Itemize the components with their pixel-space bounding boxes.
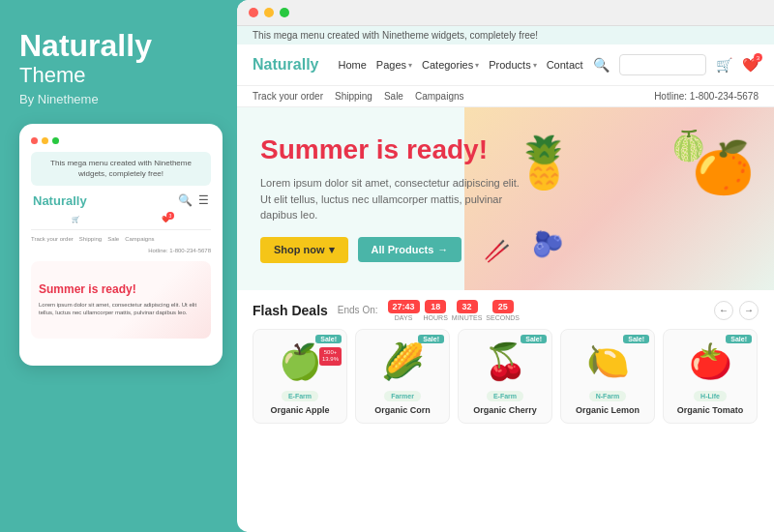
product-farm-lemon: N-Farm — [589, 391, 627, 401]
sale-badge-corn: Sale! — [418, 335, 444, 343]
hours-block: 18 — [425, 300, 446, 313]
mockup-nav: Naturally 🔍 ☰ — [31, 193, 211, 208]
product-img-lemon: 🍋 — [586, 338, 630, 386]
flash-deals-header: Flash Deals Ends On: 27:43 DAYS 18 HOURS… — [253, 300, 759, 321]
product-farm-tomato: H-Life — [694, 391, 727, 401]
mockup-secondary-nav: Track your order Shipping Sale Campaigns — [31, 236, 211, 242]
mockup-cart-icon[interactable]: 🛒 — [72, 216, 80, 223]
nav-categories[interactable]: Categories ▾ — [422, 59, 479, 71]
secondary-nav-left: Track your order Shipping Sale Campaigns — [253, 91, 464, 102]
header-search-icon[interactable]: 🔍 — [593, 57, 610, 73]
ends-on-label: Ends On: — [338, 305, 378, 315]
hero-content: Summer is ready! Lorem ipsum dolor sit a… — [260, 134, 531, 263]
site-logo: Naturally — [253, 56, 318, 74]
hero-section: Summer is ready! Lorem ipsum dolor sit a… — [237, 107, 774, 290]
carousel-arrows: ← → — [714, 301, 759, 320]
product-img-cherry: 🍒 — [484, 338, 527, 386]
countdown-hours: 18 HOURS — [424, 300, 448, 321]
search-icon[interactable]: 🔍 — [178, 193, 193, 207]
nav-pages[interactable]: Pages ▾ — [376, 59, 412, 71]
site-secondary-nav: Track your order Shipping Sale Campaigns… — [237, 86, 774, 107]
seconds-label: SECONDS — [486, 314, 520, 321]
arrow-right-icon: → — [437, 244, 448, 255]
product-name-corn: Organic Corn — [374, 405, 431, 415]
brand-by: By Ninetheme — [19, 92, 218, 106]
sec-nav-track[interactable]: Track your order — [253, 91, 323, 102]
hero-title: Summer is ready! — [260, 134, 531, 165]
mockup-hero-title: Summer is ready! — [39, 282, 203, 296]
chevron-products: ▾ — [533, 61, 537, 70]
product-name-lemon: Organic Lemon — [576, 405, 640, 415]
header-cart-icon[interactable]: 🛒 — [716, 57, 732, 73]
days-block: 27:43 — [388, 300, 420, 313]
lime-icon: 🍈 — [670, 129, 706, 163]
seconds-block: 25 — [492, 300, 514, 313]
products-row: Sale! 500+13.9% 🍏 E-Farm Organic Apple S… — [253, 329, 759, 428]
arrow-prev-button[interactable]: ← — [714, 301, 733, 320]
dot-green — [52, 137, 59, 144]
product-farm-cherry: E-Farm — [487, 391, 523, 401]
mockup-nav-icons: 🔍 ☰ — [178, 193, 209, 207]
wishlist-badge: 3 — [166, 212, 174, 220]
mock-nav-sale[interactable]: Sale — [107, 236, 119, 242]
mockup-hero: Summer is ready! Lorem ipsum dolor sit a… — [31, 261, 211, 339]
mockup-wishlist-icon[interactable]: ❤️3 — [162, 216, 170, 223]
mock-nav-shipping[interactable]: Shipping — [79, 236, 102, 242]
mockup-cart-row: 🛒 ❤️3 — [31, 216, 211, 230]
sec-nav-campaigns[interactable]: Campaigns — [415, 91, 464, 102]
arrow-next-button[interactable]: → — [739, 301, 759, 320]
mock-nav-campaigns[interactable]: Campaigns — [125, 236, 154, 242]
site-header-icons: 🔍 🛒 ❤️3 — [593, 54, 759, 75]
sec-nav-sale[interactable]: Sale — [384, 91, 403, 102]
countdown-seconds: 25 SECONDS — [486, 300, 520, 321]
browser-bar — [237, 0, 774, 26]
sec-nav-shipping[interactable]: Shipping — [335, 91, 372, 102]
mobile-mockup: This mega menu created with Ninetheme wi… — [19, 124, 223, 366]
product-card-tomato: Sale! 🍅 H-Life Organic Tomato — [663, 329, 758, 424]
discount-badge-apple: 500+13.9% — [319, 347, 342, 367]
flash-deals-title: Flash Deals — [253, 303, 328, 318]
mock-nav-track[interactable]: Track your order — [31, 236, 74, 242]
countdown-days: 27:43 DAYS — [388, 300, 420, 321]
product-card-lemon: Sale! 🍋 N-Farm Organic Lemon — [560, 329, 655, 424]
mockup-logo: Naturally — [33, 193, 87, 208]
nav-home[interactable]: Home — [338, 59, 366, 71]
browser-dot-yellow — [264, 8, 274, 17]
header-wishlist-icon[interactable]: ❤️3 — [742, 57, 759, 73]
product-farm-apple: E-Farm — [282, 391, 318, 401]
chevron-categories: ▾ — [475, 61, 479, 70]
nav-contact[interactable]: Contact — [547, 59, 583, 71]
hours-label: HOURS — [424, 314, 448, 321]
product-img-apple: 🍏 — [279, 338, 322, 386]
brand-name: Naturally — [19, 29, 218, 63]
chevron-down-icon: ▾ — [329, 244, 335, 256]
mockup-banner: This mega menu created with Ninetheme wi… — [31, 152, 211, 185]
blueberries-icon: 🫐 — [532, 229, 563, 259]
product-card-corn: Sale! 🌽 Farmer Organic Corn — [355, 329, 450, 424]
product-card-cherry: Sale! 🍒 E-Farm Organic Cherry — [458, 329, 552, 424]
countdown-minutes: 32 MINUTES — [452, 300, 483, 321]
browser-dot-green — [280, 8, 289, 17]
sale-badge-cherry: Sale! — [521, 335, 547, 343]
product-name-tomato: Organic Tomato — [677, 405, 743, 415]
right-panel: This mega menu created with Ninetheme wi… — [237, 0, 774, 532]
nav-products[interactable]: Products ▾ — [489, 59, 536, 71]
days-label: DAYS — [395, 314, 413, 321]
site-nav: Home Pages ▾ Categories ▾ Products ▾ Con… — [338, 59, 583, 71]
mockup-hero-text: Lorem ipsum dolor sit amet, consectetur … — [39, 301, 203, 317]
product-farm-corn: Farmer — [384, 391, 421, 401]
minutes-block: 32 — [457, 300, 478, 313]
sale-badge-lemon: Sale! — [623, 335, 649, 343]
all-products-button[interactable]: All Products → — [358, 237, 462, 262]
shop-now-button[interactable]: Shop now ▾ — [260, 237, 348, 263]
dot-red — [31, 137, 38, 144]
brand-theme: Theme — [19, 63, 218, 88]
product-img-tomato: 🍅 — [689, 338, 732, 386]
dot-yellow — [42, 137, 48, 144]
product-card-apple: Sale! 500+13.9% 🍏 E-Farm Organic Apple — [253, 329, 347, 424]
sale-badge-tomato: Sale! — [726, 335, 752, 343]
menu-icon[interactable]: ☰ — [198, 193, 209, 207]
chevron-pages: ▾ — [408, 61, 412, 70]
header-search-input[interactable] — [619, 54, 706, 75]
brand-block: Naturally Theme — [19, 29, 218, 88]
